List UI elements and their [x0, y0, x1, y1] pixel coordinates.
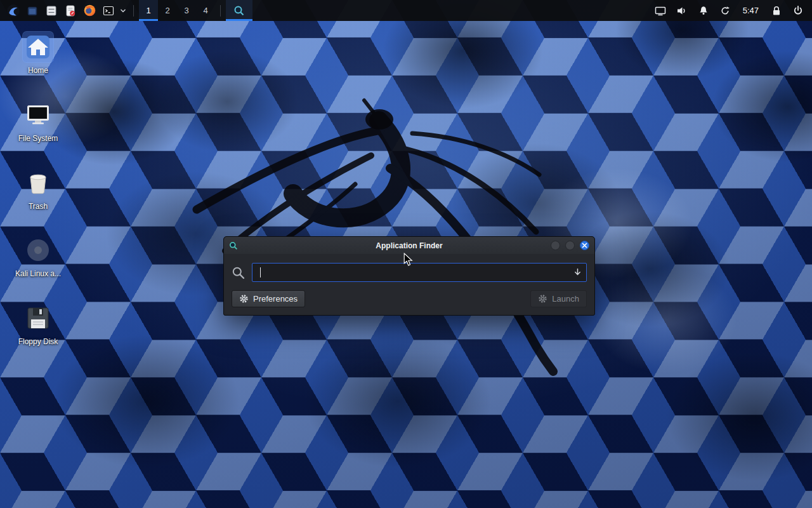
desktop-icon-file-system[interactable]: File System: [8, 100, 69, 144]
search-history-dropdown[interactable]: [573, 268, 582, 276]
kali-logo-icon: [6, 4, 20, 18]
panel-left-cluster: 1 2 3 4: [4, 0, 252, 21]
notifications-bell-icon: [697, 4, 710, 17]
search-input-wrap: [252, 263, 587, 282]
application-finder-window-icon: [229, 241, 238, 250]
workspace-2[interactable]: 2: [158, 0, 177, 21]
desktop-icon-label: Floppy Disk: [18, 338, 58, 347]
file-system-icon: [23, 100, 53, 130]
application-finder-window: Application Finder: [223, 236, 595, 316]
top-panel: 1 2 3 4: [0, 0, 812, 21]
window-body: Preferences Launch: [224, 254, 594, 315]
home-icon: [23, 32, 53, 62]
close-icon: [582, 243, 587, 248]
text-editor-icon: [64, 4, 77, 17]
panel-separator: [133, 5, 134, 17]
firefox-launcher[interactable]: [80, 0, 99, 21]
terminal-launcher[interactable]: [99, 0, 118, 21]
window-title: Application Finder: [224, 241, 594, 250]
file-cabinet-launcher[interactable]: [42, 0, 61, 21]
titlebar[interactable]: Application Finder: [224, 237, 594, 254]
search-row: [232, 263, 587, 282]
sync-status-button[interactable]: [716, 0, 734, 21]
lock-icon: [770, 4, 783, 17]
taskbar-application-finder-button[interactable]: [226, 0, 252, 21]
power-icon: [792, 4, 804, 17]
dropdown-arrow-icon: [573, 268, 582, 276]
panel-separator: [220, 5, 221, 17]
desktop-icon-label: File System: [18, 135, 58, 144]
panel-right-cluster: 5:47: [652, 0, 808, 21]
firefox-icon: [83, 4, 96, 17]
workspace-1[interactable]: 1: [139, 0, 158, 21]
desktop-icon-floppy-disk[interactable]: Floppy Disk: [8, 303, 69, 347]
floppy-disk-icon: [23, 303, 53, 333]
display-icon: [654, 4, 667, 17]
launch-label: Launch: [552, 294, 579, 304]
file-manager-icon: [26, 4, 39, 17]
terminal-icon: [102, 4, 115, 17]
preferences-label: Preferences: [253, 294, 298, 304]
desktop-icon-label: Home: [28, 67, 48, 76]
close-button[interactable]: [580, 241, 589, 250]
volume-button[interactable]: [673, 0, 691, 21]
file-manager-launcher[interactable]: [23, 0, 42, 21]
kali-menu-button[interactable]: [4, 0, 23, 21]
file-cabinet-icon: [45, 4, 58, 17]
chevron-down-icon: [120, 8, 126, 14]
preferences-button[interactable]: Preferences: [232, 290, 305, 307]
gear-icon: [239, 294, 249, 304]
sync-icon: [719, 4, 731, 17]
terminal-menu-button[interactable]: [118, 0, 128, 21]
maximize-button[interactable]: [565, 241, 575, 250]
button-row: Preferences Launch: [232, 290, 587, 307]
desktop-icon-label: Kali Linux a...: [15, 270, 61, 279]
trash-icon: [23, 168, 53, 198]
search-icon: [232, 266, 245, 279]
volume-icon: [676, 4, 688, 17]
desktop-icon-trash[interactable]: Trash: [8, 168, 69, 211]
notifications-button[interactable]: [695, 0, 712, 21]
search-input[interactable]: [252, 263, 587, 282]
power-button[interactable]: [789, 0, 807, 21]
display-settings-button[interactable]: [652, 0, 669, 21]
workspace-4[interactable]: 4: [196, 0, 215, 21]
workspace-switcher: 1 2 3 4: [139, 0, 215, 21]
kali-disc-icon: [23, 235, 53, 265]
desktop-icon-list: Home File System Trash: [8, 32, 69, 347]
window-controls: [551, 241, 589, 250]
desktop-icon-home[interactable]: Home: [8, 32, 69, 76]
launch-button[interactable]: Launch: [530, 290, 587, 307]
clock[interactable]: 5:47: [738, 0, 764, 21]
text-caret: [260, 267, 261, 277]
desktop-icon-kali-linux[interactable]: Kali Linux a...: [8, 235, 69, 279]
application-finder-taskbar-icon: [233, 5, 245, 17]
desktop-icon-label: Trash: [29, 203, 48, 211]
screen-lock-button[interactable]: [768, 0, 785, 21]
minimize-button[interactable]: [551, 241, 560, 250]
launch-icon: [538, 294, 547, 304]
workspace-3[interactable]: 3: [177, 0, 196, 21]
text-editor-launcher[interactable]: [61, 0, 80, 21]
